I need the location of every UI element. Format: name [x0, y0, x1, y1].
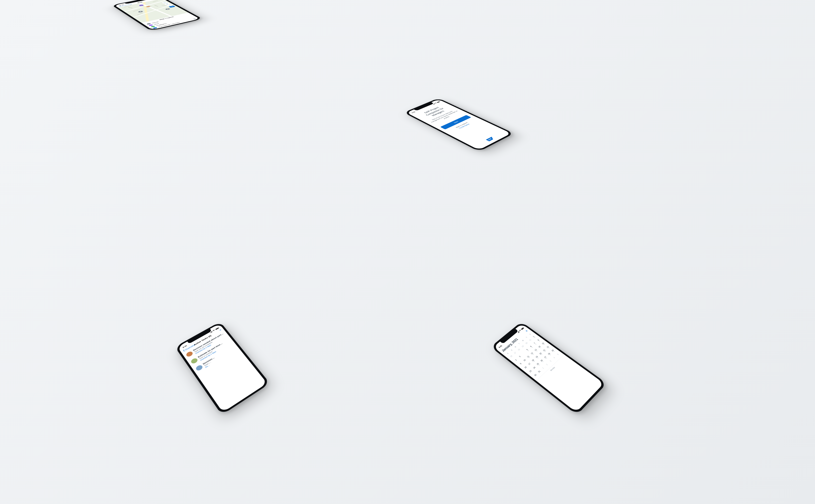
- calendar-day[interactable]: 1: [539, 365, 547, 371]
- remove-icon[interactable]: ✕: [192, 18, 197, 20]
- map-pin-asset[interactable]: ⬢: [165, 8, 170, 10]
- calendar-day[interactable]: 30: [531, 371, 540, 379]
- calendar-day[interactable]: 24: [530, 364, 538, 371]
- event-dot-icon: [546, 358, 547, 358]
- event-dot-icon: [539, 365, 539, 365]
- phone-calendar: 9:41 January, 2021 + SSMTWTF 26272829303…: [491, 322, 607, 415]
- road-label: Loop Rd: [161, 5, 166, 6]
- avatar: [195, 364, 203, 371]
- event-dot-icon: [539, 341, 540, 341]
- event-dot-icon: [534, 361, 535, 362]
- event-dot-icon: [554, 351, 554, 352]
- legend-dot-icon: ●: [152, 27, 157, 29]
- event-dot-icon: [545, 351, 546, 351]
- calendar-day[interactable]: 23: [526, 368, 535, 375]
- map-tools: ⓘ ➤ ⤢ ☰: [161, 2, 175, 8]
- avatar: [190, 357, 198, 364]
- phone-tasks: 9:41 Overview Active Tasks (6) + Decisio…: [175, 322, 270, 415]
- sap-logo: SAP: [486, 137, 496, 142]
- event-dot-icon: [536, 344, 536, 344]
- event-dot-icon: [543, 361, 543, 362]
- map-legend: Map Legend ● Asset ● Bus ● Cafeteria ● F…: [141, 12, 200, 30]
- add-event-button[interactable]: +: [524, 329, 529, 333]
- event-dot-icon: [550, 354, 551, 355]
- event-dot-icon: [541, 354, 542, 355]
- event-dot-icon: [549, 348, 549, 348]
- road-label: Page Mill Rd: [128, 7, 133, 8]
- road-label: Hanover St: [152, 1, 158, 2]
- road-label: Deer Creek Rd: [137, 13, 143, 15]
- event-dot-icon: [532, 347, 533, 348]
- phone-welcome: 9:41 SAP Project Companion for Managers …: [403, 98, 514, 152]
- event-dot-icon: [537, 351, 537, 351]
- event-dot-icon: [533, 354, 534, 354]
- phone-map: 9:41 Overview Map Filter Raimundo Way Ha…: [111, 0, 202, 31]
- event-dot-icon: [540, 347, 541, 348]
- calendar-day[interactable]: 16: [521, 364, 530, 371]
- add-task-button[interactable]: +: [218, 328, 222, 332]
- map-pin-asset[interactable]: ⬢: [138, 11, 143, 13]
- event-dot-icon: [544, 344, 545, 345]
- event-dot-icon: [529, 357, 530, 358]
- event-dot-icon: [528, 350, 529, 351]
- event-dot-icon: [538, 358, 538, 358]
- calendar-day[interactable]: 31: [535, 368, 543, 375]
- road-label: Hillview Ave: [154, 5, 158, 7]
- event-dot-icon: [535, 337, 535, 338]
